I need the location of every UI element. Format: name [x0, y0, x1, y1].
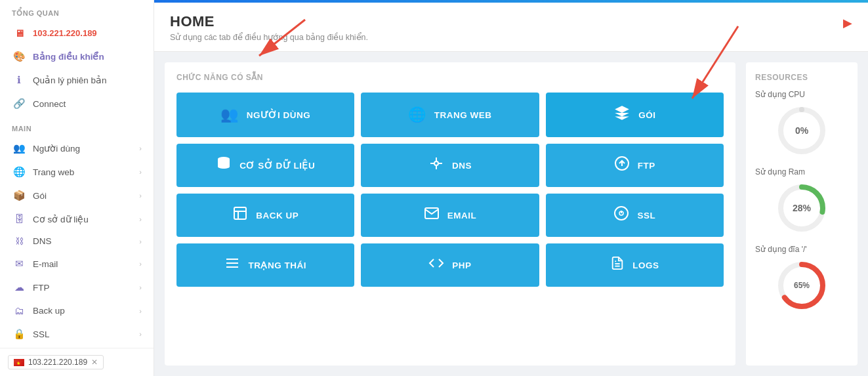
database-icon: 🗄: [12, 213, 26, 224]
feature-btn-ssl[interactable]: SSL: [546, 194, 724, 237]
email-btn-icon: [424, 205, 440, 225]
backup-btn-icon: [232, 205, 248, 225]
play-icon: ▶: [843, 16, 852, 30]
chevron-right-icon: ›: [139, 307, 142, 315]
status-btn-icon: [224, 255, 240, 275]
chevron-right-icon: ›: [139, 144, 142, 152]
features-panel: CHỨC NĂNG CÓ SẴN 👥 NGƯỜI DÙNG 🌐 TRANG WE…: [165, 62, 735, 366]
ram-circle-chart: 28%: [775, 182, 828, 234]
monitor-icon: 🖥: [12, 28, 26, 39]
sidebar-ftp-label: FTP: [33, 283, 139, 293]
sidebar-database-label: Cơ sở dữ liệu: [33, 214, 139, 224]
sidebar-dashboard-label: Bảng điều khiển: [33, 51, 142, 62]
users-btn-icon: 👥: [220, 106, 239, 123]
sidebar-item-users[interactable]: 👥 Người dùng ›: [0, 136, 154, 160]
resource-ram: Sử dụng Ram 28%: [755, 167, 848, 234]
sidebar-item-ssl[interactable]: 🔒 SSL ›: [0, 322, 154, 346]
sidebar: TỔNG QUAN 🖥 103.221.220.189 🎨 Bảng điều …: [0, 0, 154, 376]
feature-btn-ssl-label: SSL: [637, 211, 655, 220]
feature-btn-php[interactable]: PHP: [361, 243, 539, 287]
ram-value: 28%: [793, 203, 811, 213]
close-icon[interactable]: ✕: [91, 358, 98, 367]
sidebar-item-dashboard[interactable]: 🎨 Bảng điều khiển: [0, 45, 154, 68]
sidebar-packages-label: Gói: [33, 191, 139, 201]
features-grid: 👥 NGƯỜI DÙNG 🌐 TRANG WEB GÓI: [176, 93, 724, 287]
feature-btn-php-label: PHP: [452, 261, 471, 270]
feature-btn-trang-thai-label: TRẠNG THÁI: [248, 260, 306, 270]
section-main: MAIN: [0, 115, 154, 136]
sidebar-ssl-label: SSL: [33, 329, 139, 339]
users-icon: 👥: [12, 142, 26, 154]
page-header: HOME Sử dụng các tab để điều hướng qua b…: [154, 3, 868, 52]
vn-flag-icon: 🇻🇳: [14, 359, 24, 366]
sidebar-dns-label: DNS: [33, 236, 139, 246]
packages-btn-icon: [613, 104, 630, 125]
sidebar-websites-label: Trang web: [33, 167, 139, 177]
feature-btn-goi-label: GÓI: [638, 110, 655, 120]
globe-icon: 🌐: [12, 166, 26, 178]
disk-value: 65%: [794, 281, 810, 290]
sidebar-item-email[interactable]: ✉ E-mail ›: [0, 252, 154, 276]
svg-rect-6: [234, 207, 246, 219]
chevron-right-icon: ›: [139, 192, 142, 199]
sidebar-item-ip[interactable]: 🖥 103.221.220.189: [0, 22, 154, 45]
feature-btn-back-up[interactable]: BACK UP: [176, 194, 354, 237]
globe-btn-icon: 🌐: [408, 106, 426, 123]
chevron-right-icon: ›: [139, 238, 142, 245]
disk-chart-container: 65%: [755, 259, 848, 312]
feature-btn-logs[interactable]: LOGS: [546, 243, 724, 287]
dns-icon: ⛓: [12, 236, 26, 246]
feature-btn-email-label: EMAIL: [447, 211, 477, 220]
connect-icon: 🔗: [12, 98, 26, 110]
sidebar-users-label: Người dùng: [33, 143, 139, 154]
sidebar-item-database[interactable]: 🗄 Cơ sở dữ liệu ›: [0, 207, 154, 230]
feature-btn-dns[interactable]: DNS: [361, 144, 539, 187]
ssl-btn-icon: [613, 205, 629, 225]
feature-btn-trang-web-label: TRANG WEB: [434, 110, 492, 120]
info-icon: ℹ: [12, 74, 26, 86]
page-title: HOME: [170, 13, 368, 30]
feature-btn-logs-label: LOGS: [632, 261, 659, 270]
cpu-label: Sử dụng CPU: [755, 90, 848, 99]
chevron-right-icon: ›: [139, 330, 142, 338]
sidebar-connect-label: Connect: [33, 99, 142, 109]
sidebar-backup-label: Back up: [33, 306, 139, 316]
sidebar-item-dns[interactable]: ⛓ DNS ›: [0, 230, 154, 252]
resource-cpu: Sử dụng CPU 0%: [755, 90, 848, 157]
feature-btn-goi[interactable]: GÓI: [546, 93, 724, 137]
feature-btn-co-so-du-lieu[interactable]: CƠ SỞ DỮ LIỆU: [176, 144, 354, 187]
sidebar-item-version[interactable]: ℹ Quản lý phiên bản: [0, 68, 154, 92]
resource-disk: Sử dụng đĩa '/' 65%: [755, 245, 848, 312]
sidebar-item-connect[interactable]: 🔗 Connect: [0, 92, 154, 115]
main-content: HOME Sử dụng các tab để điều hướng qua b…: [154, 0, 868, 376]
page-header-left: HOME Sử dụng các tab để điều hướng qua b…: [170, 13, 368, 42]
feature-btn-trang-web[interactable]: 🌐 TRANG WEB: [361, 93, 539, 137]
feature-btn-email[interactable]: EMAIL: [361, 194, 539, 237]
feature-btn-back-up-label: BACK UP: [256, 211, 299, 220]
sidebar-item-backup[interactable]: 🗂 Back up ›: [0, 299, 154, 322]
logs-btn-icon: [610, 256, 625, 274]
sidebar-item-packages[interactable]: 📦 Gói ›: [0, 184, 154, 207]
feature-btn-dns-label: DNS: [452, 161, 472, 171]
chevron-right-icon: ›: [139, 283, 142, 291]
active-ip-tag[interactable]: 🇻🇳 103.221.220.189 ✕: [8, 355, 104, 369]
ftp-btn-icon: [614, 156, 630, 175]
chevron-right-icon: ›: [139, 168, 142, 176]
dns-btn-icon: [428, 156, 444, 175]
sidebar-item-ftp[interactable]: ☁ FTP ›: [0, 276, 154, 299]
content-area: CHỨC NĂNG CÓ SẴN 👥 NGƯỜI DÙNG 🌐 TRANG WE…: [154, 52, 868, 376]
db-btn-icon: [216, 156, 232, 175]
ram-label: Sử dụng Ram: [755, 167, 848, 177]
svg-point-1: [434, 161, 438, 165]
resources-title: RESOURCES: [755, 73, 848, 82]
sidebar-item-websites[interactable]: 🌐 Trang web ›: [0, 160, 154, 184]
ram-chart-container: 28%: [755, 182, 848, 234]
packages-icon: 📦: [12, 190, 26, 201]
sidebar-ip-label: 103.221.220.189: [33, 28, 142, 38]
feature-btn-ftp[interactable]: FTP: [546, 144, 724, 187]
feature-btn-nguoi-dung[interactable]: 👥 NGƯỜI DÙNG: [176, 93, 354, 137]
feature-btn-ftp-label: FTP: [638, 161, 655, 171]
sidebar-footer: 🇻🇳 103.221.220.189 ✕: [0, 348, 154, 376]
feature-btn-trang-thai[interactable]: TRẠNG THÁI: [176, 243, 354, 287]
cpu-value: 0%: [795, 125, 808, 136]
